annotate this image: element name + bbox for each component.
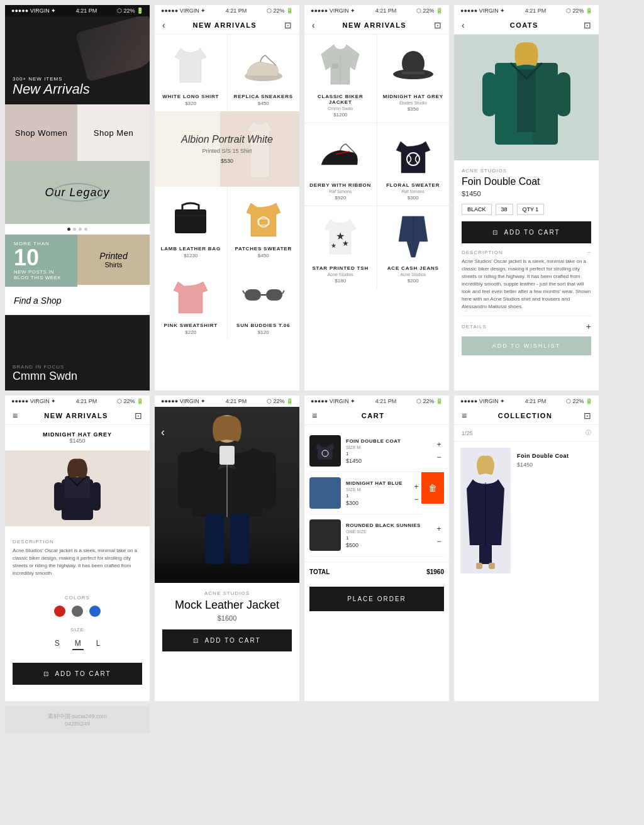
- brand-banner[interactable]: BRAND IN FOCUS Cmmn Swdn: [5, 315, 150, 390]
- sneakers-name: REPLICA SNEAKERS: [234, 94, 293, 99]
- product-derby[interactable]: DERBY WITH RIBBON Raf Simons $920: [304, 123, 377, 206]
- cart-icon-2[interactable]: ⊡: [284, 20, 292, 30]
- legacy-banner[interactable]: Our Legacy: [5, 161, 150, 224]
- cart-item-qty-2: 1: [346, 493, 406, 499]
- status-bar-1: ●●●●● VIRGIN ✦ 4:21 PM ⬡ 22% 🔋: [5, 5, 150, 16]
- cart-icon-4[interactable]: ⊡: [584, 20, 591, 30]
- hero-banner[interactable]: 300+ NEW ITEMS New Arrivals: [5, 16, 150, 104]
- size-l[interactable]: L: [94, 638, 103, 650]
- feature-subtitle: Printed S/S 15 Shirt: [181, 148, 273, 154]
- screen-detail-coat: ●●●●● VIRGIN ✦ 4:21 PM ⬡ 22% 🔋 ‹ COATS ⊡: [454, 5, 599, 390]
- add-cart-label-model: ADD TO CART: [204, 637, 260, 644]
- cart-icon-5[interactable]: ⊡: [135, 411, 142, 421]
- brand-name: Cmmn Swdn: [13, 370, 77, 383]
- cart-plus-3[interactable]: +: [434, 524, 444, 534]
- color-grey[interactable]: [72, 606, 83, 617]
- size-s[interactable]: S: [52, 638, 62, 650]
- size-section: SIZE S M L: [5, 622, 150, 655]
- cart-icon-coll[interactable]: ⊡: [584, 411, 591, 421]
- screen-arrivals2: ●●●●● VIRGIN ✦ 4:21 PM ⬡ 22% 🔋 ‹ NEW ARR…: [304, 5, 449, 390]
- back-icon-model[interactable]: ‹: [161, 426, 165, 439]
- wishlist-button[interactable]: ADD TO WISHLIST: [462, 336, 591, 355]
- product-tshirt[interactable]: ★ ★ ★ STAR PRINTED TSH Acne Studios $180: [304, 206, 377, 289]
- details-label: DETAILS: [462, 324, 487, 329]
- color-red[interactable]: [54, 606, 65, 617]
- svg-line-9: [282, 291, 284, 294]
- time-coll: 4:21 PM: [525, 398, 547, 404]
- stats-suffix: NEW POSTS IN BLOG THIS WEEK: [14, 269, 69, 280]
- cart-minus-2[interactable]: −: [411, 494, 421, 504]
- shop-men-cell[interactable]: Shop Men: [77, 104, 150, 161]
- hamburger-cart[interactable]: ≡: [312, 411, 317, 421]
- details-expand-icon[interactable]: +: [586, 321, 591, 331]
- svg-rect-6: [266, 289, 282, 301]
- coll-item-price: $1450: [517, 462, 569, 468]
- coll-item-1[interactable]: Foin Double Coat $1450: [454, 441, 599, 580]
- add-to-cart-button[interactable]: ⊡ ADD TO CART: [462, 221, 591, 243]
- add-cart-model[interactable]: ⊡ ADD TO CART: [162, 629, 292, 651]
- cart-plus-2[interactable]: +: [411, 482, 421, 492]
- product-card-patches[interactable]: PATCHES SWEATER $450: [228, 187, 300, 263]
- nav-bar-coll: ≡ COLLECTION ⊡: [454, 407, 599, 425]
- feature-banner[interactable]: Albion Portrait White Printed S/S 15 Shi…: [155, 111, 299, 187]
- desc-collapse-icon[interactable]: −: [587, 250, 591, 255]
- size-m[interactable]: M: [72, 638, 84, 650]
- svg-rect-36: [261, 452, 276, 509]
- screen-collection: ●●●●● VIRGIN ✦ 4:21 PM ⬡ 22% 🔋 ≡ COLLECT…: [454, 396, 599, 701]
- desc-mid-label: DESCRIPTION: [13, 539, 54, 545]
- add-cart-btn-mid[interactable]: ⊡ ADD TO CART: [13, 663, 142, 685]
- cart-actions-3: + −: [434, 524, 444, 546]
- hamburger-icon[interactable]: ≡: [13, 411, 18, 421]
- size-option[interactable]: 38: [496, 204, 513, 215]
- sunnies-price: $120: [258, 329, 269, 335]
- cart-minus-3[interactable]: −: [434, 536, 444, 546]
- product-grid-2: WHITE LONG SHIRT $320 REPLICA SNEAKERS $…: [155, 35, 299, 111]
- place-order-button[interactable]: PLACE ORDER: [309, 587, 444, 611]
- dot-1: [67, 228, 70, 231]
- product-card-sneakers[interactable]: REPLICA SNEAKERS $450: [228, 35, 300, 111]
- cart-thumb-3: [309, 519, 341, 551]
- svg-rect-31: [92, 482, 101, 511]
- svg-rect-23: [533, 63, 558, 145]
- sunnies-thumb: [313, 529, 338, 541]
- delete-item-2[interactable]: 🗑: [421, 472, 444, 504]
- printed-banner[interactable]: Printed Shirts: [77, 235, 150, 285]
- color-blue[interactable]: [89, 606, 101, 617]
- stats-printed-row: MORE THAN 10 NEW POSTS IN BLOG THIS WEEK…: [5, 235, 150, 287]
- hamburger-coll[interactable]: ≡: [462, 411, 467, 421]
- cart-item-1: FOIN DOUBLE COAT SIZE M 1 $1450 + −: [309, 430, 444, 472]
- watermark-code: 04289249: [48, 721, 107, 727]
- cart-minus-1[interactable]: −: [434, 452, 444, 462]
- patches-image: [233, 192, 295, 242]
- product-hat[interactable]: MIDNIGHT HAT GREY Études Studio $350: [377, 35, 450, 123]
- nav-bar-5: ≡ NEW ARRIVALS ⊡: [5, 407, 150, 425]
- product-jacket[interactable]: CLASSIC BIKER JACKET Cmmn Swdn $1200: [304, 35, 377, 123]
- find-shop[interactable]: Find a Shop: [5, 287, 150, 315]
- colors-label: COLORS: [13, 595, 142, 601]
- product-sweater[interactable]: FLORAL SWEATER Raf Simons $300: [377, 123, 450, 206]
- cart-item-price-1: $1450: [346, 458, 429, 464]
- product-card-bag[interactable]: LAMB LEATHER BAG $1230: [155, 187, 227, 263]
- product-card-sunnies[interactable]: SUN BUDDIES T.06 $120: [228, 263, 300, 340]
- svg-rect-14: [402, 72, 425, 74]
- product-card-shirt[interactable]: WHITE LONG SHIRT $320: [155, 35, 227, 111]
- info-icon[interactable]: ⓘ: [586, 429, 591, 437]
- add-cart-label-mid: ADD TO CART: [55, 670, 111, 677]
- model-info: ACNE STUDIOS Mock Leather Jacket $1600 ⊡…: [155, 583, 299, 665]
- cart-icon-3[interactable]: ⊡: [434, 20, 441, 30]
- battery-coll: ⬡ 22% 🔋: [566, 398, 592, 404]
- cart-item-row-2: MIDNIGHT HAT BLUE SIZE M 1 $300 + − 🗑: [309, 472, 444, 514]
- product-jeans[interactable]: ACE CASH JEANS Acne Studios $200: [377, 206, 450, 289]
- coll-page: 1/25: [462, 430, 473, 436]
- status-bar-7: ●●●●● VIRGIN ✦ 4:21 PM ⬡ 22% 🔋: [304, 396, 449, 407]
- cart-total: TOTAL $1960: [304, 562, 449, 582]
- svg-rect-5: [245, 289, 261, 301]
- cart-plus-1[interactable]: +: [434, 440, 444, 450]
- product-card-pink[interactable]: PINK SWEATSHIRT $220: [155, 263, 227, 340]
- color-option[interactable]: BLACK: [462, 204, 492, 215]
- shop-women-cell[interactable]: Shop Women: [5, 104, 77, 161]
- desc-header: DESCRIPTION −: [462, 250, 591, 255]
- watermark-text: 素材中国·sucai249.com 04289249: [42, 706, 113, 733]
- status-bar-2: ●●●●● VIRGIN ✦ 4:21 PM ⬡ 22% 🔋: [155, 5, 299, 16]
- qty-option[interactable]: QTY 1: [517, 204, 545, 215]
